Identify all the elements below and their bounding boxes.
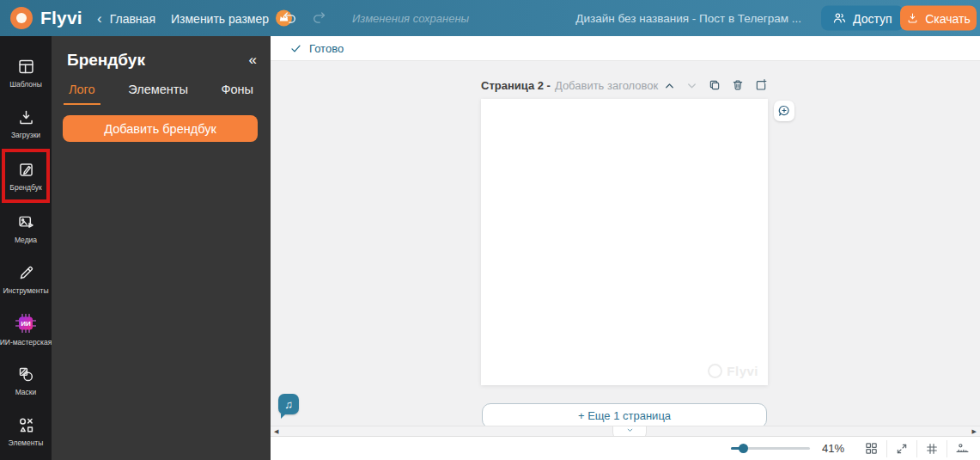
pages-overview-icon[interactable]	[864, 441, 879, 456]
flyvi-watermark: Flyvi	[708, 364, 758, 378]
add-page-icon[interactable]	[754, 78, 768, 92]
music-note-icon: ♫	[284, 398, 293, 411]
tab-backgrounds[interactable]: Фоны	[216, 79, 259, 105]
design-title[interactable]: Дизайн без названия - Пост в Телеграм ..…	[575, 12, 801, 25]
media-icon	[17, 213, 35, 231]
ai-workshop-icon: ИИ	[15, 313, 37, 334]
sidebar-item-brandbook[interactable]: Брендбук	[2, 149, 50, 203]
sidebar-item-label: ИИ-мастерская	[0, 338, 52, 347]
divider	[947, 440, 947, 457]
add-one-more-page-button[interactable]: + Еще 1 страница	[482, 403, 767, 428]
app-logo[interactable]: Flyvi	[10, 7, 82, 29]
templates-icon	[17, 58, 35, 76]
flyvi-logo-icon	[10, 7, 33, 29]
scroll-left-icon[interactable]: ◀	[274, 428, 278, 434]
move-page-up-icon[interactable]	[663, 79, 676, 92]
comment-plus-icon	[777, 104, 791, 118]
download-button[interactable]: Скачать	[900, 6, 977, 31]
duplicate-page-icon[interactable]	[708, 78, 721, 92]
sidebar-item-label: Медиа	[15, 236, 37, 244]
page-title-input[interactable]: Добавить заголовок	[555, 79, 658, 92]
panel-tabs: Лого Элементы Фоны	[64, 79, 259, 105]
zoom-level-value: 41%	[819, 442, 844, 455]
rulers-guides-icon[interactable]	[955, 441, 970, 456]
zoom-slider[interactable]	[731, 444, 810, 453]
download-label: Скачать	[925, 11, 971, 25]
people-icon	[832, 11, 847, 26]
brandbook-icon	[17, 161, 35, 179]
move-page-down-icon[interactable]	[685, 79, 698, 92]
add-comment-button[interactable]	[774, 101, 794, 121]
check-icon	[289, 42, 302, 55]
tab-elements[interactable]: Элементы	[123, 79, 193, 105]
page-number-label: Страница 2 -	[481, 79, 551, 92]
logo-text: Flyvi	[40, 8, 82, 28]
sidebar-item-label: Инструменты	[3, 286, 48, 295]
delete-page-icon[interactable]	[731, 78, 745, 92]
sidebar-item-label: Элементы	[9, 439, 44, 447]
sidebar-rail: Шаблоны Загрузки Брендбук Медиа Инструме…	[0, 36, 52, 460]
fullscreen-icon[interactable]	[895, 442, 909, 456]
tools-icon	[17, 264, 35, 282]
sidebar-item-templates[interactable]: Шаблоны	[0, 47, 52, 98]
sidebar-item-label: Шаблоны	[9, 80, 42, 89]
audio-button[interactable]: ♫	[278, 394, 299, 414]
sidebar-item-masks[interactable]: Маски	[0, 355, 52, 406]
redo-button[interactable]	[311, 10, 327, 27]
sidebar-item-label: Маски	[15, 388, 37, 396]
context-toolbar: Готово	[271, 36, 980, 61]
scroll-right-icon[interactable]: ▶	[972, 428, 977, 434]
chevron-left-icon: ‹	[97, 11, 102, 26]
page-header: Страница 2 - Добавить заголовок	[481, 78, 768, 92]
download-icon	[906, 12, 919, 25]
divider	[916, 440, 917, 457]
divider	[886, 440, 887, 457]
design-page[interactable]: Flyvi	[481, 99, 768, 385]
sidebar-item-ai-workshop[interactable]: ИИ ИИ-мастерская	[0, 304, 52, 355]
back-home-button[interactable]: ‹ Главная	[97, 11, 155, 26]
save-status-text: Изменения сохранены	[352, 12, 469, 25]
back-home-label: Главная	[110, 11, 155, 25]
resize-label: Изменить размер	[171, 11, 269, 25]
sidebar-item-label: Загрузки	[11, 131, 40, 139]
add-brandbook-button[interactable]: Добавить брендбук	[63, 115, 258, 142]
top-bar: Flyvi ‹ Главная Изменить размер Изменени…	[0, 0, 980, 36]
sidebar-item-uploads[interactable]: Загрузки	[0, 98, 52, 149]
zoom-slider-handle[interactable]	[739, 444, 748, 453]
watermark-text: Flyvi	[727, 364, 758, 378]
collapse-panel-icon[interactable]: «	[249, 52, 257, 69]
watermark-logo-icon	[708, 364, 722, 378]
svg-text:ИИ: ИИ	[21, 320, 31, 328]
undo-button[interactable]	[282, 10, 298, 27]
panel-title: Брендбук	[67, 51, 145, 70]
tab-logo[interactable]: Лого	[64, 79, 100, 105]
sidebar-item-elements[interactable]: Элементы	[0, 406, 52, 457]
done-button[interactable]: Готово	[309, 42, 344, 55]
resize-button[interactable]: Изменить размер	[171, 10, 292, 27]
sidebar-item-label: Брендбук	[9, 183, 41, 192]
uploads-icon	[17, 108, 35, 126]
elements-icon	[17, 416, 35, 434]
canvas-area: Готово Страница 2 - Добавить заголовок	[271, 36, 980, 460]
access-button[interactable]: Доступ	[821, 6, 904, 31]
grid-toggle-icon[interactable]	[925, 442, 939, 456]
access-label: Доступ	[853, 11, 892, 25]
brandbook-panel: Брендбук « Лого Элементы Фоны Добавить б…	[52, 36, 271, 460]
sidebar-item-media[interactable]: Медиа	[0, 203, 52, 254]
masks-icon	[17, 365, 35, 383]
sidebar-item-tools[interactable]: Инструменты	[0, 254, 52, 304]
bottom-bar: 41%	[271, 436, 980, 460]
